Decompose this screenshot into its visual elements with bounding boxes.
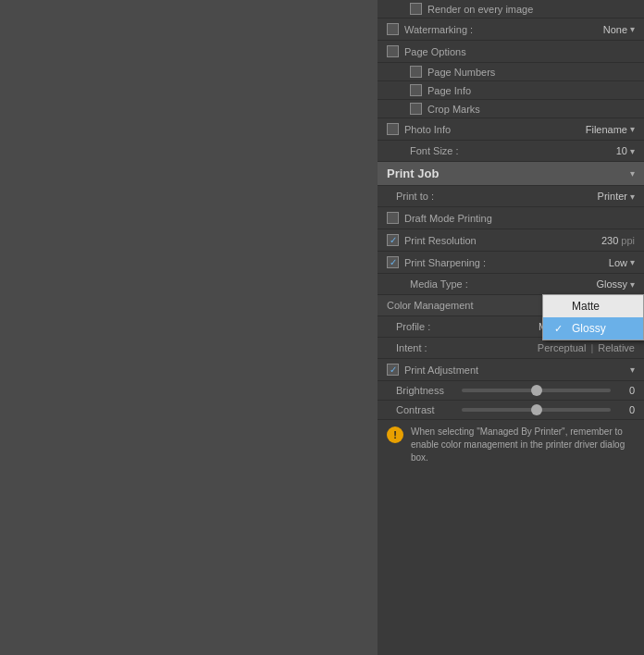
matte-label: Matte <box>572 300 600 313</box>
warning-row: ! When selecting "Managed By Printer", r… <box>378 420 644 470</box>
page-numbers-row: Page Numbers <box>378 63 644 81</box>
page-numbers-checkbox[interactable] <box>410 66 422 78</box>
media-type-value[interactable]: Glossy ▾ <box>596 278 635 290</box>
photo-info-arrow: ▾ <box>630 124 635 134</box>
font-size-row: Font Size : 10 ▾ <box>378 141 644 162</box>
media-type-row: Media Type : Glossy ▾ Matte ✓ Glossy <box>378 274 644 295</box>
media-type-glossy[interactable]: ✓ Glossy <box>543 317 643 340</box>
sharpening-arrow: ▾ <box>630 257 635 267</box>
contrast-row: Contrast 0 <box>378 401 644 420</box>
color-management-label: Color Management <box>387 300 474 311</box>
left-panel <box>0 0 378 655</box>
sharpening-checkbox[interactable] <box>387 256 399 268</box>
intent-relative[interactable]: Relative <box>598 342 635 353</box>
page-info-row: Page Info <box>378 81 644 100</box>
print-to-value[interactable]: Printer ▾ <box>598 191 635 202</box>
page-numbers-label: Page Numbers <box>427 67 495 78</box>
brightness-label: Brightness <box>396 385 456 396</box>
print-adj-expand[interactable]: ▾ <box>630 365 635 375</box>
draft-mode-checkbox[interactable] <box>387 212 399 224</box>
watermarking-label: Watermarking : <box>404 24 473 35</box>
print-to-row: Print to : Printer ▾ <box>378 186 644 207</box>
page-options-header: Page Options <box>378 41 644 63</box>
print-job-arrow[interactable]: ▾ <box>630 168 635 179</box>
brightness-value: 0 <box>616 385 635 396</box>
print-to-label: Print to : <box>387 191 434 202</box>
photo-info-row: Photo Info Filename ▾ <box>378 118 644 141</box>
matte-check <box>554 301 567 312</box>
resolution-label: Print Resolution <box>404 235 477 246</box>
intent-perceptual[interactable]: Perceptual <box>538 342 587 353</box>
contrast-thumb[interactable] <box>531 404 542 415</box>
resolution-row: Print Resolution 230 ppi <box>378 229 644 252</box>
warning-text: When selecting "Managed By Printer", rem… <box>411 426 635 464</box>
crop-marks-row: Crop Marks <box>378 100 644 118</box>
resolution-unit: ppi <box>621 235 635 246</box>
render-row: Render on every image <box>378 0 644 19</box>
intent-separator: | <box>590 342 593 353</box>
media-type-dropdown[interactable]: Matte ✓ Glossy <box>542 294 644 340</box>
print-job-title: Print Job <box>387 167 439 180</box>
resolution-value: 230 ppi <box>601 235 635 246</box>
media-type-matte[interactable]: Matte <box>543 295 643 317</box>
right-panel: Render on every image Watermarking : Non… <box>378 0 644 655</box>
watermarking-value[interactable]: None ▾ <box>603 24 635 35</box>
media-type-arrow: ▾ <box>630 279 635 290</box>
font-size-label: Font Size : <box>387 145 459 156</box>
render-checkbox[interactable] <box>410 3 422 15</box>
contrast-track[interactable] <box>462 408 611 412</box>
crop-marks-label: Crop Marks <box>427 104 480 115</box>
print-adj-arrow: ▾ <box>630 365 635 375</box>
page-options-label: Page Options <box>404 46 466 57</box>
render-label: Render on every image <box>427 4 533 15</box>
print-adjustment-label: Print Adjustment <box>404 365 478 376</box>
print-to-arrow: ▾ <box>630 192 635 202</box>
resolution-checkbox[interactable] <box>387 234 399 246</box>
contrast-value: 0 <box>616 404 635 415</box>
sharpening-label: Print Sharpening : <box>404 257 486 268</box>
watermarking-checkbox[interactable] <box>387 23 399 35</box>
font-size-value[interactable]: 10 ▾ <box>616 145 635 156</box>
intent-row: Intent : Perceptual | Relative <box>378 338 644 359</box>
sharpening-value[interactable]: Low ▾ <box>609 257 635 268</box>
photo-info-checkbox[interactable] <box>387 123 399 135</box>
profile-label: Profile : <box>396 321 430 332</box>
photo-info-label: Photo Info <box>404 124 451 135</box>
page-info-checkbox[interactable] <box>410 84 422 96</box>
glossy-check: ✓ <box>554 323 567 335</box>
sharpening-row: Print Sharpening : Low ▾ <box>378 252 644 274</box>
intent-label: Intent : <box>396 342 427 353</box>
font-size-arrow: ▾ <box>630 146 635 156</box>
watermarking-arrow: ▾ <box>630 24 635 34</box>
brightness-thumb[interactable] <box>531 385 542 396</box>
page-options-checkbox[interactable] <box>387 45 399 57</box>
page-info-label: Page Info <box>427 85 471 96</box>
intent-options: Perceptual | Relative <box>538 342 635 353</box>
print-job-header: Print Job ▾ <box>378 162 644 186</box>
brightness-track[interactable] <box>462 389 611 392</box>
draft-mode-row: Draft Mode Printing <box>378 207 644 229</box>
draft-mode-label: Draft Mode Printing <box>404 213 492 224</box>
glossy-label: Glossy <box>572 322 606 335</box>
photo-info-value[interactable]: Filename ▾ <box>586 124 635 135</box>
warning-icon: ! <box>387 426 403 443</box>
print-adjustment-header: Print Adjustment ▾ <box>378 359 644 381</box>
media-type-label: Media Type : <box>387 278 468 290</box>
crop-marks-checkbox[interactable] <box>410 103 422 115</box>
watermarking-row: Watermarking : None ▾ <box>378 19 644 41</box>
contrast-label: Contrast <box>396 404 456 415</box>
print-adj-checkbox[interactable] <box>387 364 399 376</box>
brightness-row: Brightness 0 <box>378 381 644 401</box>
